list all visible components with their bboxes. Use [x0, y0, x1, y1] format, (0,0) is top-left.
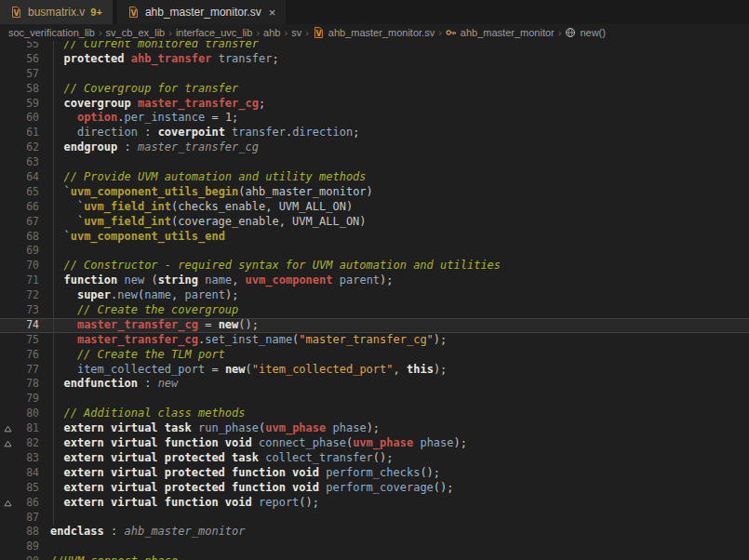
- gutter[interactable]: 77: [0, 363, 50, 378]
- gutter[interactable]: 62: [0, 140, 50, 155]
- gutter[interactable]: 55: [0, 41, 50, 52]
- line-number[interactable]: 79: [16, 392, 50, 407]
- code-line-82[interactable]: 82 extern virtual function void connect_…: [0, 436, 749, 451]
- gutter[interactable]: 58: [0, 82, 50, 97]
- gutter[interactable]: 80: [0, 407, 50, 421]
- code-line-74[interactable]: 74 master_transfer_cg = new();: [0, 318, 749, 333]
- line-number[interactable]: 87: [16, 511, 50, 526]
- code-line-68[interactable]: 68 `uvm_component_utils_end: [0, 230, 749, 245]
- code-line-66[interactable]: 66 `uvm_field_int(checks_enable, UVM_ALL…: [0, 200, 749, 215]
- code-line-65[interactable]: 65 `uvm_component_utils_begin(ahb_master…: [0, 185, 749, 200]
- gutter-triangle-icon[interactable]: [0, 500, 16, 507]
- line-number[interactable]: 81: [16, 421, 50, 436]
- code-line-81[interactable]: 81 extern virtual task run_phase(uvm_pha…: [0, 421, 749, 436]
- line-number[interactable]: 59: [16, 97, 50, 112]
- line-number[interactable]: 71: [16, 273, 50, 288]
- code-line-86[interactable]: 86 extern virtual function void report()…: [0, 496, 749, 511]
- gutter[interactable]: 71: [0, 273, 50, 288]
- line-number[interactable]: 83: [16, 451, 50, 466]
- code-line-73[interactable]: 73 // Create the covergroup: [0, 303, 749, 318]
- line-number[interactable]: 63: [16, 155, 50, 170]
- gutter-triangle-icon[interactable]: [0, 425, 16, 433]
- line-number[interactable]: 67: [16, 215, 50, 230]
- gutter[interactable]: 81: [0, 421, 50, 436]
- gutter[interactable]: 83: [0, 451, 50, 466]
- code-line-64[interactable]: 64 // Provide UVM automation and utility…: [0, 170, 749, 185]
- line-number[interactable]: 58: [16, 82, 50, 97]
- line-number[interactable]: 61: [16, 126, 50, 140]
- gutter[interactable]: 69: [0, 244, 50, 259]
- code-line-58[interactable]: 58 // Covergroup for transfer: [0, 82, 749, 97]
- gutter[interactable]: 76: [0, 348, 50, 363]
- gutter[interactable]: 56: [0, 52, 50, 67]
- code-line-72[interactable]: 72 super.new(name, parent);: [0, 288, 749, 303]
- code-line-67[interactable]: 67 `uvm_field_int(coverage_enable, UVM_A…: [0, 215, 749, 230]
- line-number[interactable]: 69: [16, 244, 50, 259]
- line-number[interactable]: 68: [16, 230, 50, 245]
- gutter[interactable]: 84: [0, 466, 50, 481]
- line-number[interactable]: 86: [16, 496, 50, 511]
- code-line-56[interactable]: 56 protected ahb_transfer transfer;: [0, 52, 749, 67]
- gutter[interactable]: 70: [0, 259, 50, 273]
- gutter[interactable]: 74: [0, 318, 50, 333]
- gutter[interactable]: 66: [0, 200, 50, 215]
- code-line-89[interactable]: 89: [0, 540, 749, 554]
- gutter[interactable]: 72: [0, 288, 50, 303]
- code-line-83[interactable]: 83 extern virtual protected task collect…: [0, 451, 749, 466]
- gutter[interactable]: 73: [0, 303, 50, 318]
- line-number[interactable]: 70: [16, 259, 50, 273]
- line-number[interactable]: 85: [16, 481, 50, 496]
- line-number[interactable]: 88: [16, 525, 50, 540]
- code-line-84[interactable]: 84 extern virtual protected function voi…: [0, 466, 749, 481]
- gutter[interactable]: 79: [0, 392, 50, 407]
- gutter[interactable]: 67: [0, 215, 50, 230]
- gutter[interactable]: 85: [0, 481, 50, 496]
- code-line-62[interactable]: 62 endgroup : master_transfer_cg: [0, 140, 749, 155]
- line-number[interactable]: 82: [16, 436, 50, 451]
- gutter[interactable]: 82: [0, 436, 50, 451]
- line-number[interactable]: 72: [16, 288, 50, 303]
- code-line-87[interactable]: 87: [0, 511, 749, 526]
- breadcrumb-item-ahb_master_monitor.sv[interactable]: Vahb_master_monitor.sv: [313, 26, 435, 39]
- code-line-76[interactable]: 76 // Create the TLM port: [0, 348, 749, 363]
- line-number[interactable]: 57: [16, 67, 50, 82]
- gutter[interactable]: 60: [0, 111, 50, 126]
- tab-busmatrix.v[interactable]: Vbusmatrix.v9+: [0, 0, 113, 24]
- code-line-78[interactable]: 78 endfunction : new: [0, 377, 749, 392]
- code-line-80[interactable]: 80 // Additional class methods: [0, 407, 749, 421]
- gutter[interactable]: 57: [0, 67, 50, 82]
- breadcrumb-item-sv_cb_ex_lib[interactable]: sv_cb_ex_lib: [106, 27, 166, 38]
- line-number[interactable]: 64: [16, 170, 50, 185]
- tab-ahb_master_monitor.sv[interactable]: Vahb_master_monitor.sv×: [117, 0, 286, 24]
- line-number[interactable]: 65: [16, 185, 50, 200]
- gutter[interactable]: 90: [0, 554, 50, 560]
- breadcrumb-item-sv[interactable]: sv: [291, 27, 301, 38]
- gutter[interactable]: 89: [0, 540, 50, 554]
- line-number[interactable]: 90: [16, 554, 50, 560]
- close-icon[interactable]: ×: [269, 7, 276, 19]
- gutter[interactable]: 63: [0, 155, 50, 170]
- line-number[interactable]: 66: [16, 200, 50, 215]
- code-line-71[interactable]: 71 function new (string name, uvm_compon…: [0, 273, 749, 288]
- line-number[interactable]: 78: [16, 377, 50, 392]
- gutter[interactable]: 65: [0, 185, 50, 200]
- breadcrumb-item-soc_verification_lib[interactable]: soc_verification_lib: [8, 27, 95, 38]
- line-number[interactable]: 60: [16, 111, 50, 126]
- line-number[interactable]: 75: [16, 333, 50, 348]
- gutter[interactable]: 64: [0, 170, 50, 185]
- gutter[interactable]: 68: [0, 230, 50, 245]
- breadcrumb-item-ahb_master_monitor[interactable]: ahb_master_monitor: [446, 27, 555, 38]
- code-line-79[interactable]: 79: [0, 392, 749, 407]
- line-number[interactable]: 80: [16, 407, 50, 421]
- line-number[interactable]: 77: [16, 363, 50, 378]
- code-line-70[interactable]: 70 // Constructor - required syntax for …: [0, 259, 749, 273]
- code-line-55[interactable]: 55 // Current monitored transfer: [0, 41, 749, 52]
- gutter[interactable]: 61: [0, 126, 50, 140]
- code-line-85[interactable]: 85 extern virtual protected function voi…: [0, 481, 749, 496]
- line-number[interactable]: 74: [16, 318, 50, 333]
- code-line-59[interactable]: 59 covergroup master_transfer_cg;: [0, 97, 749, 112]
- gutter[interactable]: 88: [0, 525, 50, 540]
- gutter-triangle-icon[interactable]: [0, 440, 16, 447]
- code-line-61[interactable]: 61 direction : coverpoint transfer.direc…: [0, 126, 749, 140]
- code-line-75[interactable]: 75 master_transfer_cg.set_inst_name("mas…: [0, 333, 749, 348]
